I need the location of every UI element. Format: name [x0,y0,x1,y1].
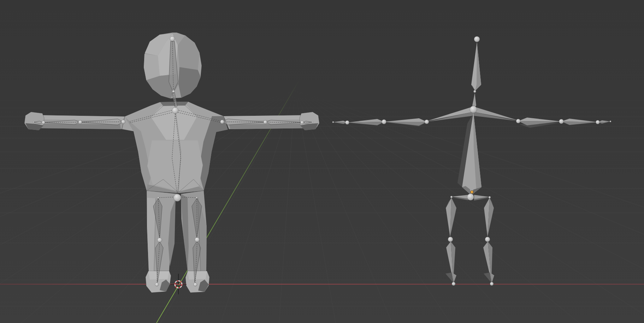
viewport-canvas[interactable] [0,0,644,323]
joint-sphere[interactable] [382,120,386,124]
joint-sphere[interactable] [596,120,600,124]
grid-horizon-fade [0,81,644,138]
joint-sphere[interactable] [474,90,476,93]
joint-sphere[interactable] [516,119,520,123]
joint-sphere[interactable] [467,194,474,201]
joint-sphere[interactable] [489,196,491,198]
joint-sphere[interactable] [312,121,313,123]
joint-sphere[interactable] [122,120,125,124]
joint-sphere[interactable] [452,282,455,286]
joint-sphere[interactable] [78,120,82,124]
joint-sphere[interactable] [158,197,159,199]
joint-sphere[interactable] [42,121,45,124]
joint-sphere[interactable] [448,237,453,242]
joint-sphere[interactable] [33,121,34,123]
viewport-background [0,0,644,323]
blender-3d-viewport[interactable] [0,0,644,323]
joint-sphere[interactable] [345,121,349,125]
joint-sphere[interactable] [450,196,453,198]
joint-sphere[interactable] [196,197,198,199]
mesh-facet[interactable] [188,271,207,280]
joint-sphere[interactable] [170,36,175,41]
joint-sphere[interactable] [474,36,480,42]
joint-sphere[interactable] [195,238,200,242]
joint-sphere[interactable] [425,120,429,124]
joint-sphere[interactable] [301,121,304,124]
joint-sphere[interactable] [485,237,490,242]
joint-sphere[interactable] [490,282,494,286]
mesh-facet[interactable] [144,54,160,80]
joint-sphere[interactable] [194,283,197,286]
object-origin-dot[interactable] [471,191,473,193]
joint-sphere[interactable] [174,194,181,202]
joint-sphere[interactable] [155,283,159,286]
joint-sphere[interactable] [172,90,175,93]
joint-sphere[interactable] [470,106,477,113]
mesh-facet[interactable] [147,140,203,191]
joint-sphere[interactable] [332,121,334,123]
joint-sphere[interactable] [172,107,178,114]
joint-sphere[interactable] [220,120,224,124]
joint-sphere[interactable] [264,120,267,124]
joint-sphere[interactable] [158,238,162,243]
joint-sphere[interactable] [610,121,611,122]
armature-origin-point[interactable] [471,191,473,193]
joint-sphere[interactable] [559,119,564,124]
